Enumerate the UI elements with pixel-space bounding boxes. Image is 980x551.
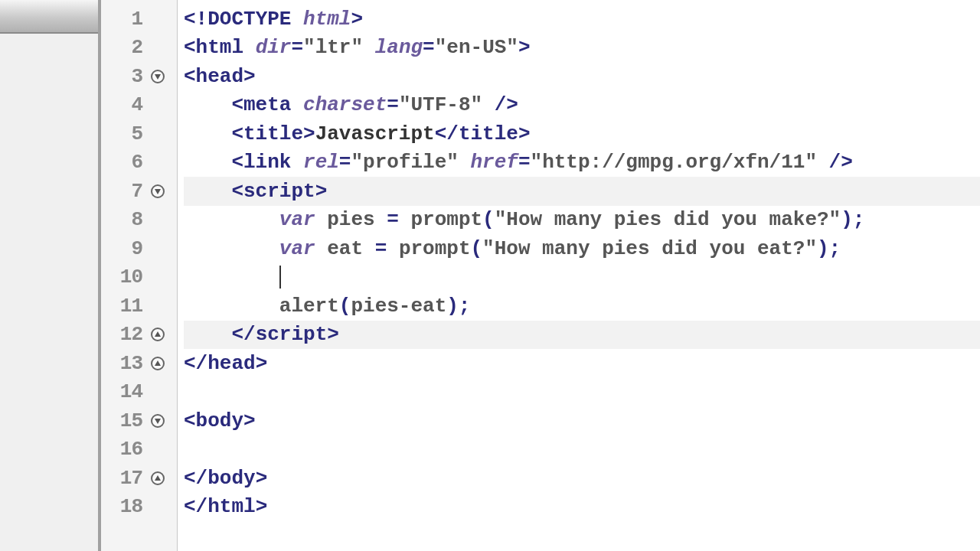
line-number: 1 xyxy=(101,8,147,31)
code-line[interactable] xyxy=(184,263,980,292)
code-line[interactable]: var eat = prompt("How many pies did you … xyxy=(184,234,980,263)
line-number: 17 xyxy=(101,467,147,490)
text-cursor xyxy=(279,266,281,289)
line-number: 6 xyxy=(101,151,147,174)
code-line[interactable]: </body> xyxy=(184,464,980,493)
code-line[interactable]: alert(pies-eat); xyxy=(184,292,980,321)
fold-toggle-icon[interactable] xyxy=(151,414,165,428)
line-number-gutter[interactable]: 1 2 3 4 5 6 7 8 9 10 11 12 13 14 15 16 1… xyxy=(101,0,178,551)
line-number: 12 xyxy=(101,323,147,346)
line-number: 14 xyxy=(101,380,147,403)
line-number: 15 xyxy=(101,409,147,432)
line-number: 18 xyxy=(101,495,147,518)
fold-toggle-icon[interactable] xyxy=(151,328,165,341)
code-line[interactable]: <!DOCTYPE html> xyxy=(184,5,980,34)
line-number: 11 xyxy=(101,295,147,318)
code-line[interactable]: <link rel="profile" href="http://gmpg.or… xyxy=(184,148,980,178)
file-panel xyxy=(0,0,101,551)
code-line[interactable]: var pies = prompt("How many pies did you… xyxy=(184,206,980,235)
fold-toggle-icon[interactable] xyxy=(151,357,165,370)
line-number: 4 xyxy=(101,93,147,116)
svg-marker-5 xyxy=(155,475,161,481)
code-editor[interactable]: <!DOCTYPE html> <html dir="ltr" lang="en… xyxy=(178,0,980,551)
line-number: 9 xyxy=(101,237,147,260)
code-line[interactable]: </head> xyxy=(184,349,980,378)
svg-marker-1 xyxy=(155,189,161,194)
fold-toggle-icon[interactable] xyxy=(151,471,165,485)
line-number: 2 xyxy=(101,36,147,59)
line-number: 5 xyxy=(101,122,147,145)
code-line[interactable]: <script> xyxy=(184,177,980,206)
code-line[interactable]: </html> xyxy=(184,493,980,522)
line-number: 13 xyxy=(101,352,147,375)
code-line[interactable]: <title>Javascript</title> xyxy=(184,119,980,148)
fold-toggle-icon[interactable] xyxy=(151,184,165,198)
line-number: 10 xyxy=(101,266,147,289)
svg-marker-2 xyxy=(155,331,161,337)
line-number: 8 xyxy=(101,208,147,231)
line-number: 7 xyxy=(101,180,147,203)
code-line[interactable]: </script> xyxy=(184,321,980,350)
code-line[interactable] xyxy=(184,378,980,407)
svg-marker-3 xyxy=(155,360,161,366)
svg-marker-0 xyxy=(155,74,161,80)
line-number: 16 xyxy=(101,438,147,461)
code-line[interactable]: <meta charset="UTF-8" /> xyxy=(184,91,980,120)
code-line[interactable]: <body> xyxy=(184,406,980,435)
code-line[interactable] xyxy=(184,435,980,465)
code-line[interactable]: <head> xyxy=(184,62,980,91)
svg-marker-4 xyxy=(155,419,161,424)
code-line[interactable]: <html dir="ltr" lang="en-US"> xyxy=(184,34,980,63)
file-panel-toolbar xyxy=(0,0,98,34)
line-number: 3 xyxy=(101,65,147,88)
fold-toggle-icon[interactable] xyxy=(151,70,165,83)
